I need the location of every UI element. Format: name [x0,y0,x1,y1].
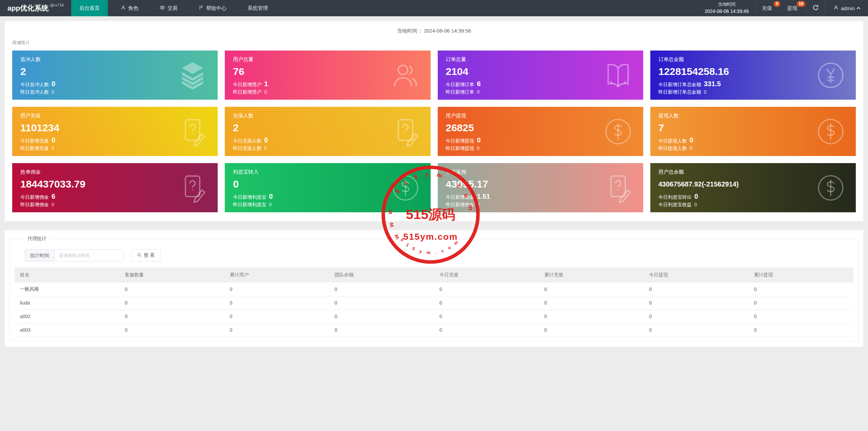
stat-line-value: 6 [52,193,55,200]
table-header-cell: 客服数量 [119,268,224,282]
table-header-cell: 姓名 [15,268,119,282]
table-cell: 0 [749,282,853,296]
table-cell: 0 [539,310,644,323]
stat-line-value: 0 [269,193,273,200]
stat-card-7: 用户提现26825今日新增提现0昨日新增提现0 [438,107,643,156]
search-button-label: 搜 索 [144,252,155,258]
agent-panel: 代理统计 统计时间 搜 索 姓名客服数量累计用户团队余额今日充值累计充值今日提现… [5,230,863,347]
stat-line-label: 今日新增用户 [233,82,261,88]
users-icon [390,60,421,91]
recharge-link[interactable]: 充值 0 [756,0,781,16]
stat-line-value: 0 [269,202,272,207]
stat-line-label: 今日新增佣金 [20,194,49,200]
stat-line-value: 0 [264,145,267,151]
user-icon [121,5,126,11]
menu-item-5[interactable]: 系统管理 [239,0,276,16]
stat-line-label: 昨日新增充值 [20,145,49,152]
main-menu: 后台首页角色交易帮助中心系统管理 [71,0,281,16]
table-cell: 0 [329,282,434,296]
local-time-value: 2024-08-06 14:39:49 [705,8,749,15]
user-dropdown[interactable]: admin [825,0,868,16]
stat-line-value: 0 [52,80,55,88]
stat-line-label: 今日利息宝收益 [658,202,692,208]
stat-line-value: 1 [264,80,268,88]
stat-card-12: 用户总余额430675687.92(-21562914)今日利息宝转出0今日利息… [650,163,856,212]
stat-card-1: 首冲人数2今日首冲人数0昨日首冲人数0 [12,51,218,100]
table-row-1: 一帆风顺0000000 [15,282,853,296]
menu-item-2[interactable]: 角色 [113,0,146,16]
main-content: 当地时间： 2024-08-06 14:39:56 商城统计 首冲人数2今日首冲… [0,16,868,352]
dollar-circle-icon [390,172,421,203]
chevron-up-icon [856,7,860,11]
table-cell: 0 [119,323,224,337]
refresh-button[interactable] [806,0,825,16]
table-cell: 0 [539,323,644,337]
stat-line-label: 今日新增订单总金额 [658,82,701,88]
stat-card-8: 提现人数7今日提现人数0昨日提现人数0 [650,107,856,156]
stat-card-5: 用户充值1101234今日新增充值0昨日新增充值0 [12,107,218,156]
stat-line-label: 昨日新增提现 [446,145,474,152]
stat-card-9: 抢单佣金184437033.79今日新增佣金6昨日新增佣金0 [12,163,218,212]
table-row-3: a0020000000 [15,310,853,323]
table-cell: 0 [644,282,749,296]
stat-line-label: 昨日新增订单 [446,89,474,95]
doc-edit-icon [177,116,208,147]
recharge-label: 充值 [762,5,772,12]
table-cell: 0 [329,310,434,323]
yen-circle-icon [815,60,846,91]
navbar-right: 当地时间 2024-08-06 14:39:49 充值 0 提现 16 [698,0,868,16]
doc-edit-icon [603,172,634,203]
agent-fieldset: 代理统计 统计时间 搜 索 姓名客服数量累计用户团队余额今日充值累计充值今日提现… [9,236,859,341]
agent-search-row: 统计时间 搜 索 [25,249,853,261]
table-cell: 0 [329,296,434,310]
menu-item-3[interactable]: 交易 [151,0,186,16]
dollar-circle-icon [815,116,846,147]
stat-line-value: 331.5 [704,80,721,88]
stat-line-value: 0 [694,202,697,207]
stat-line-value: 0 [264,136,268,144]
stat-line-label: 今日新增提现 [446,138,474,144]
table-header-cell: 今日提现 [644,268,749,282]
table-header-cell: 团队余额 [329,268,434,282]
table-cell: 0 [329,323,434,337]
withdraw-link[interactable]: 提现 16 [781,0,806,16]
stat-line-label: 昨日提现人数 [658,145,687,152]
stat-time-input[interactable] [54,249,124,261]
menu-item-4[interactable]: 帮助中心 [191,0,235,16]
table-row-4: a0030000000 [15,323,853,337]
stat-line-value: 0 [264,89,267,95]
stat-line-value: 0 [52,145,54,151]
stat-line-label: 今日充值人数 [233,138,261,144]
page-local-time: 当地时间： 2024-08-06 14:39:56 [5,24,863,38]
table-cell: 0 [644,323,749,337]
stats-panel: 当地时间： 2024-08-06 14:39:56 商城统计 首冲人数2今日首冲… [5,21,863,221]
menu-item-1[interactable]: 后台首页 [71,0,108,16]
stat-card-3: 订单总量2104今日新增订单6昨日新增订单0 [438,51,643,100]
app-logo[interactable]: app优化系统 @cv718 [0,0,71,16]
menu-item-label: 后台首页 [79,5,100,12]
table-cell: 0 [434,296,539,310]
withdraw-label: 提现 [787,5,797,12]
table-cell: 一帆风顺 [15,282,119,296]
table-cell: 0 [224,323,329,337]
stat-line-label: 昨日新增佣金 [446,202,474,208]
table-cell: 0 [644,310,749,323]
stat-card-4: 订单总金额1228154258.16今日新增订单总金额331.5昨日新增订单总金… [650,51,856,100]
stat-line-value: 0 [477,202,480,207]
stat-line-label: 今日提现人数 [658,138,687,144]
stat-line-value: 0 [694,193,698,200]
stat-line-value: 0 [52,89,54,95]
table-cell: 0 [434,323,539,337]
table-cell: 0 [224,296,329,310]
table-cell: 0 [119,282,224,296]
local-time-block: 当地时间 2024-08-06 14:39:49 [698,0,756,16]
stat-line-label: 今日首冲人数 [20,82,49,88]
table-cell: 0 [434,310,539,323]
doc-edit-icon [177,172,208,203]
stat-line-label: 昨日充值人数 [233,145,261,152]
stat-line-label: 今日新增充值 [20,138,49,144]
stat-line-label: 今日新增订单 [446,82,474,88]
search-button[interactable]: 搜 索 [131,249,160,261]
stat-card-10: 利息宝转入0今日新增利息宝0昨日新增利息宝0 [225,163,430,212]
stat-line-label: 今日新增佣金 [446,194,474,200]
